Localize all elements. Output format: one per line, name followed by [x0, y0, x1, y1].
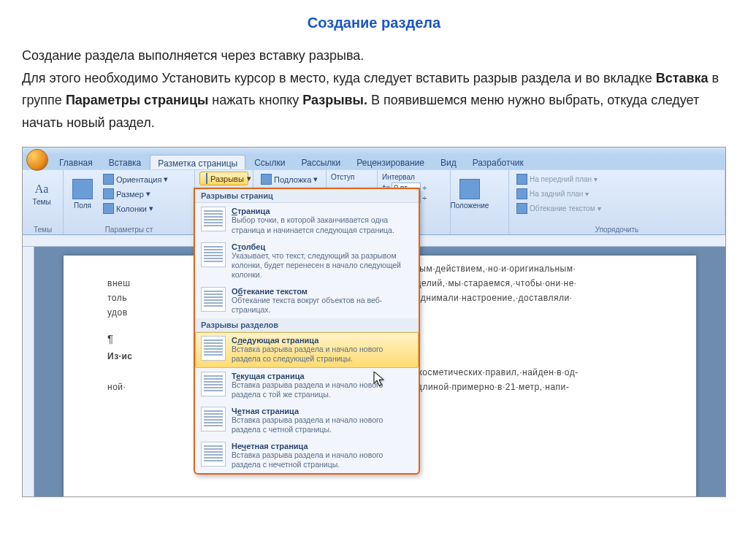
continuous-icon [201, 372, 226, 396]
position-button[interactable]: Положение [455, 172, 484, 216]
textwrap-break-icon [201, 287, 226, 312]
even-page-icon [201, 407, 226, 431]
tab-view[interactable]: Вид [433, 155, 464, 171]
ruler-vertical[interactable] [23, 247, 34, 496]
menu-item-page[interactable]: СтраницаВыбор точки, в которой заканчива… [195, 203, 419, 238]
breaks-button[interactable]: Разрывы ▾ [199, 172, 248, 185]
menu-item-even-page[interactable]: Четная страницаВставка разрыва раздела и… [195, 403, 419, 438]
menu-item-odd-page[interactable]: Нечетная страницаВставка разрыва раздела… [195, 438, 419, 473]
page-break-icon [201, 207, 226, 231]
menu-item-column[interactable]: СтолбецУказывает, что текст, следующий з… [195, 239, 419, 283]
tab-mailings[interactable]: Рассылки [294, 155, 348, 171]
tab-insert[interactable]: Вставка [102, 155, 149, 171]
bring-front-button[interactable]: На передний план ▾ [514, 172, 720, 186]
next-page-icon [201, 336, 226, 361]
columns-button[interactable]: Колонки ▾ [100, 202, 171, 215]
menu-item-next-page[interactable]: Следующая страницаВставка разрыва раздел… [195, 332, 419, 367]
indent-label: Отступ [331, 173, 354, 181]
text-wrap-button[interactable]: Обтекание текстом ▾ [514, 202, 720, 215]
tab-page-layout[interactable]: Разметка страницы [150, 155, 245, 171]
page-title: Создание раздела [22, 15, 726, 31]
send-back-button[interactable]: На задний план ▾ [514, 187, 720, 201]
tab-references[interactable]: Ссылки [247, 155, 292, 171]
themes-button[interactable]: Aa Темы [27, 172, 56, 216]
margins-button[interactable]: Поля [68, 172, 97, 216]
tab-developer[interactable]: Разработчик [465, 155, 531, 171]
dropdown-header-section-breaks: Разрывы разделов [195, 318, 419, 332]
size-button[interactable]: Размер ▾ [100, 187, 171, 201]
group-page-setup: Параметры ст [64, 226, 194, 234]
menu-item-continuous[interactable]: Текущая страницаВставка разрыва раздела … [195, 368, 419, 403]
dropdown-header-page-breaks: Разрывы страниц [195, 189, 419, 203]
orientation-button[interactable]: Ориентация ▾ [100, 172, 171, 186]
group-arrange: Упорядочить [509, 226, 725, 234]
column-break-icon [201, 242, 226, 267]
ribbon-tabs: Главная Вставка Разметка страницы Ссылки… [52, 155, 531, 171]
tab-review[interactable]: Рецензирование [349, 155, 432, 171]
breaks-dropdown: Разрывы страниц СтраницаВыбор точки, в к… [194, 188, 420, 475]
intro-text: Создание раздела выполняется через встав… [22, 45, 726, 134]
menu-item-textwrap[interactable]: Обтекание текстомОбтекание текста вокруг… [195, 283, 419, 318]
tab-home[interactable]: Главная [52, 155, 100, 171]
group-themes: Темы [23, 226, 63, 234]
watermark-button[interactable]: Подложка ▾ [258, 172, 321, 186]
interval-label: Интервал [382, 173, 415, 181]
office-button[interactable] [26, 149, 48, 171]
odd-page-icon [201, 442, 226, 467]
word-screenshot: Главная Вставка Разметка страницы Ссылки… [22, 147, 726, 497]
